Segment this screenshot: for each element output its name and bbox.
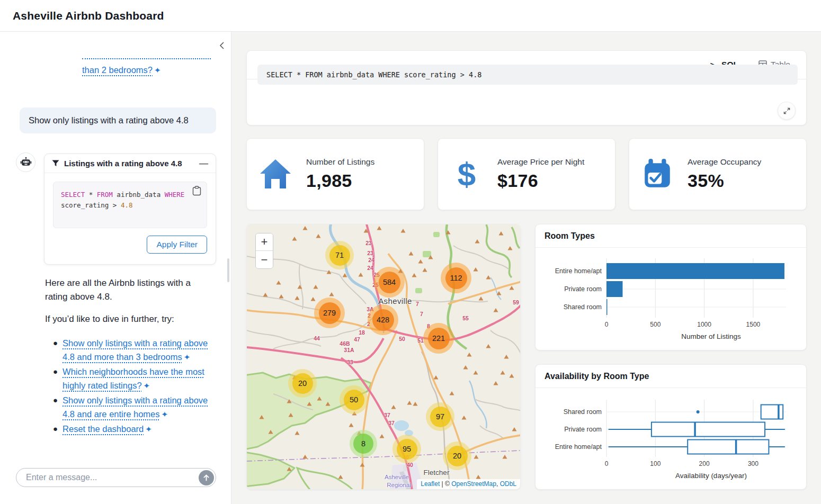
room-types-chart-card: Room Types Entire home/aptPrivate roomSh… [535,224,807,350]
house-icon [258,158,292,191]
sparkle-icon: ✦ [154,66,161,75]
suggestion-link[interactable]: Reset the dashboard [63,424,144,434]
axis-title: Number of Listings [681,332,741,340]
stat-label: Average Occupancy [688,157,761,167]
box-plot-series[interactable] [609,422,785,437]
cluster-marker[interactable]: 8 [350,430,377,457]
suggestion-item: ●Reset the dashboard✦ [53,422,212,436]
axis-tick-label: 0 [605,321,609,328]
odbl-link[interactable]: ODbL [500,480,516,488]
cluster-marker[interactable]: 112 [441,263,471,293]
collapse-card-button[interactable]: — [199,159,208,168]
cluster-count: 50 [344,390,364,410]
message-input[interactable] [16,468,216,487]
chart-title: Room Types [536,224,806,248]
cluster-count: 279 [319,302,341,324]
cluster-marker[interactable]: 20 [443,442,471,470]
user-message-bubble: Show only listings with a rating above 4… [20,107,216,133]
bullet-icon: ● [53,422,58,436]
availability-chart-card: Availability by Room Type Shared roomPri… [535,364,807,490]
cluster-count: 71 [329,245,350,266]
arrow-up-icon [203,474,210,481]
suggestion-link-truncated[interactable]: than 2 bedrooms? [82,65,153,75]
cluster-marker[interactable]: 584 [374,267,405,298]
leaflet-link[interactable]: Leaflet [421,480,440,488]
expand-editor-button[interactable] [778,102,796,120]
chart-title: Availability by Room Type [536,365,806,388]
calendar-check-icon [641,158,674,191]
suggestion-list: ●Show only listings with a rating above … [53,336,212,437]
assistant-message: Here are all the Airbnb listings with a … [45,276,212,304]
map-attribution: Leaflet | © OpenStreetMap, ODbL [417,479,520,489]
cluster-marker[interactable]: 428 [368,304,398,335]
truncated-suggestion: than 2 bedrooms?✦ [82,58,211,75]
openstreetmap-link[interactable]: OpenStreetMap [451,480,496,488]
filter-icon [52,160,59,167]
filter-card-header: Listings with a rating above 4.8 — [44,154,216,173]
copy-button[interactable] [191,186,202,197]
app-header: Asheville Airbnb Dashboard [0,0,821,32]
suggestion-link[interactable]: Which neighborhoods have the most highly… [63,367,204,390]
avatar [16,152,35,172]
cluster-marker[interactable]: 71 [325,241,354,269]
category-label: Private room [564,285,602,293]
sidebar-scrollbar[interactable] [227,258,229,282]
category-label: Shared room [564,303,602,311]
bar[interactable] [606,281,622,297]
sparkle-icon: ✦ [162,408,168,421]
sql-code-text: SELECT * FROM airbnb_data WHERE score_ra… [61,191,184,209]
stat-value: 35% [688,170,761,191]
axis-title: Availability (days/year) [675,472,747,480]
suggestion-item: ●Show only listings with a rating above … [53,336,212,364]
cluster-marker[interactable]: 20 [288,369,317,398]
apply-filter-button[interactable]: Apply Filter [147,236,207,254]
suggestion-text: than 2 bedrooms? [82,65,153,75]
cluster-marker[interactable]: 97 [426,402,454,431]
stat-card-price: $ Average Price per Night $176 [438,138,615,210]
user-message-text: Show only listings with a rating above 4… [29,115,189,125]
availability-box-plot: Shared roomPrivate roomEntire home/apt01… [536,388,806,489]
stat-value: 1,985 [306,170,374,191]
sparkle-icon: ✦ [184,350,191,364]
category-label: Entire home/apt [555,443,602,451]
category-label: Shared room [564,408,602,416]
cluster-marker[interactable]: 95 [392,435,421,463]
attribution-separator: | © [440,480,451,488]
axis-tick-label: 200 [699,460,710,467]
sql-query-input[interactable]: SELECT * FROM airbnb_data WHERE score_ra… [257,65,798,85]
chat-input-wrap [16,468,216,487]
filter-title: Listings with a rating above 4.8 [64,159,182,168]
sql-code-block: SELECT * FROM airbnb_data WHERE score_ra… [53,182,207,228]
axis-tick-label: 300 [748,460,758,467]
suggestion-link[interactable]: Show only listings with a rating above 4… [63,395,208,419]
category-label: Private room [564,426,602,433]
axis-tick-label: 1000 [697,321,711,328]
stat-label: Number of Listings [306,157,374,167]
outlier-point [697,410,700,413]
stat-value: $176 [497,170,584,191]
sidebar-collapse-button[interactable] [216,40,228,52]
stat-card-occupancy: Average Occupancy 35% [629,138,807,210]
suggestion-item: ●Which neighborhoods have the most highl… [53,365,212,393]
zoom-in-button[interactable]: + [256,233,273,251]
bar[interactable] [606,299,608,315]
cluster-marker[interactable]: 279 [314,298,345,328]
zoom-out-button[interactable]: − [256,251,273,268]
map-place-label: Airport [395,489,413,490]
clipboard-icon [192,186,201,196]
cluster-count: 20 [292,373,313,394]
cluster-marker[interactable]: 50 [340,385,368,414]
axis-tick-label: 0 [605,460,609,467]
cluster-marker[interactable]: 221 [423,323,454,354]
listings-map[interactable]: + − 7158411227942822120509789520Ashevill… [246,224,521,490]
send-button[interactable] [199,470,214,485]
attribution-comma: , [496,480,500,488]
box-plot-series[interactable] [609,440,785,454]
stat-card-listings: Number of Listings 1,985 [246,138,424,210]
sparkle-icon: ✦ [144,379,150,393]
bullet-icon: ● [53,365,58,393]
bar[interactable] [606,263,784,279]
map-basemap [247,224,521,490]
stat-label: Average Price per Night [497,157,584,167]
axis-tick-label: 500 [650,321,661,328]
